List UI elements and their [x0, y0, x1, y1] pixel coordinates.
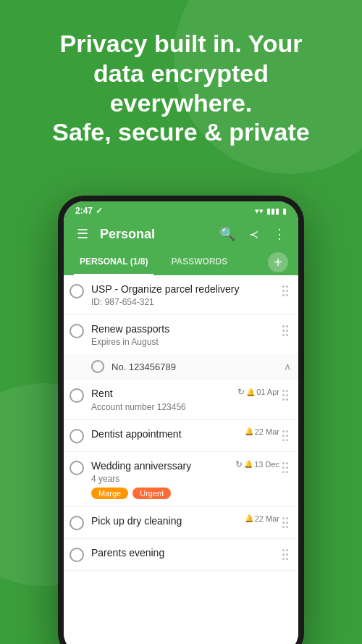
tag-row: Marge Urgent	[91, 488, 229, 499]
repeat-icon: ↻	[237, 387, 245, 397]
item-body: Dentist appointment	[91, 427, 229, 440]
tab-passwords[interactable]: PASSWORDS	[165, 249, 233, 275]
header-line1: Privacy built in. Your	[59, 30, 302, 57]
status-time: 2:47 ✓	[75, 206, 103, 216]
tag-marge[interactable]: Marge	[91, 488, 128, 499]
item-date: 🔔 22 Mar	[245, 427, 279, 436]
signal-icon: ▮▮▮	[266, 206, 279, 216]
wifi-icon: ▾▾	[255, 206, 264, 216]
item-checkbox[interactable]	[70, 429, 84, 443]
tag-urgent[interactable]: Urgent	[132, 488, 171, 499]
header-line4: Safe, secure & private	[52, 118, 309, 146]
phone-screen: 2:47 ✓ ▾▾ ▮▮▮ ▮ ☰ Personal 🔍 ≺ ⋮	[64, 201, 298, 644]
item-subtitle: ID: 987-654-321	[91, 297, 279, 307]
drag-handle[interactable]	[279, 514, 291, 531]
toolbar-title: Personal	[100, 227, 210, 242]
item-checkbox[interactable]	[70, 461, 84, 475]
item-body: Wedding anniverssary 4 years Marge Urgen…	[91, 459, 229, 499]
item-right: 🔔 22 Mar	[229, 427, 279, 436]
item-title: Rent	[91, 387, 229, 400]
item-date: ↻ 🔔 01 Apr	[237, 387, 279, 397]
sub-item-text: No. 123456789	[111, 361, 176, 372]
phone-frame: 2:47 ✓ ▾▾ ▮▮▮ ▮ ☰ Personal 🔍 ≺ ⋮	[58, 196, 304, 644]
tabs-bar: PERSONAL (1/8) PASSWORDS +	[64, 249, 298, 275]
list-item[interactable]: Pick up dry cleaning 🔔 22 Mar	[64, 507, 298, 539]
sub-item-checkbox[interactable]	[91, 360, 104, 373]
list-item[interactable]: USP - Organize parcel redelivery ID: 987…	[64, 275, 298, 315]
item-checkbox[interactable]	[70, 388, 84, 403]
header-section: Privacy built in. Your data encrypted ev…	[0, 0, 362, 162]
task-list: USP - Organize parcel redelivery ID: 987…	[64, 275, 298, 644]
item-title: Wedding anniverssary	[91, 459, 229, 472]
phone-mockup: 2:47 ✓ ▾▾ ▮▮▮ ▮ ☰ Personal 🔍 ≺ ⋮	[58, 196, 304, 644]
more-icon[interactable]: ⋮	[271, 226, 288, 242]
item-subtitle: Expires in August	[91, 337, 279, 347]
item-checkbox[interactable]	[70, 284, 84, 298]
bell-icon: 🔔	[245, 427, 253, 435]
item-title: Pick up dry cleaning	[91, 514, 229, 527]
drag-handle[interactable]	[279, 459, 291, 476]
bell-icon: 🔔	[245, 514, 253, 522]
item-body: USP - Organize parcel redelivery ID: 987…	[91, 283, 279, 307]
status-check-icon: ✓	[96, 206, 103, 216]
item-right: ↻ 🔔 13 Dec	[229, 459, 279, 469]
item-title: Dentist appointment	[91, 427, 229, 440]
item-right: 🔔 22 Mar	[229, 514, 279, 523]
drag-handle[interactable]	[279, 322, 291, 339]
item-date: 🔔 22 Mar	[245, 514, 279, 523]
status-bar: 2:47 ✓ ▾▾ ▮▮▮ ▮	[64, 201, 298, 219]
tab-personal[interactable]: PERSONAL (1/8)	[74, 249, 153, 275]
item-checkbox[interactable]	[70, 324, 84, 338]
item-body: Parents evening	[91, 546, 279, 559]
drag-handle[interactable]	[279, 546, 291, 563]
item-checkbox[interactable]	[70, 516, 84, 530]
item-title: USP - Organize parcel redelivery	[91, 283, 279, 296]
item-right: ↻ 🔔 01 Apr	[229, 387, 279, 397]
drag-handle[interactable]	[279, 387, 291, 403]
item-body: Rent Account number 123456	[91, 387, 229, 411]
drag-handle[interactable]	[279, 283, 291, 299]
header-line2: data encrypted	[93, 59, 269, 87]
item-body: Renew passports Expires in August	[91, 322, 279, 347]
list-item[interactable]: Rent Account number 123456 ↻ 🔔 01 Apr	[64, 380, 298, 419]
sub-list-item[interactable]: No. 123456789 ∧	[64, 354, 298, 380]
battery-icon: ▮	[282, 206, 287, 216]
item-body: Pick up dry cleaning	[91, 514, 229, 527]
drag-handle[interactable]	[279, 427, 291, 444]
app-toolbar: ☰ Personal 🔍 ≺ ⋮	[64, 219, 298, 249]
add-list-button[interactable]: +	[268, 252, 288, 272]
item-checkbox[interactable]	[70, 548, 84, 562]
bell-icon: 🔔	[244, 460, 253, 468]
search-icon[interactable]: 🔍	[219, 226, 236, 242]
list-item[interactable]: Parents evening	[64, 539, 298, 571]
repeat-icon: ↻	[235, 459, 243, 469]
list-item[interactable]: Wedding anniverssary 4 years Marge Urgen…	[64, 452, 298, 507]
item-date: ↻ 🔔 13 Dec	[235, 459, 279, 469]
header-line3: everywhere.	[110, 89, 253, 117]
status-icons: ▾▾ ▮▮▮ ▮	[255, 206, 287, 216]
menu-icon[interactable]: ☰	[74, 226, 91, 242]
share-icon[interactable]: ≺	[245, 227, 262, 241]
item-title: Parents evening	[91, 546, 279, 559]
item-title: Renew passports	[91, 322, 279, 335]
item-subtitle: 4 years	[91, 474, 229, 484]
bell-icon: 🔔	[246, 388, 255, 396]
collapse-icon[interactable]: ∧	[284, 361, 291, 372]
list-item[interactable]: Dentist appointment 🔔 22 Mar	[64, 420, 298, 452]
item-subtitle: Account number 123456	[91, 402, 229, 412]
list-item[interactable]: Renew passports Expires in August	[64, 315, 298, 354]
